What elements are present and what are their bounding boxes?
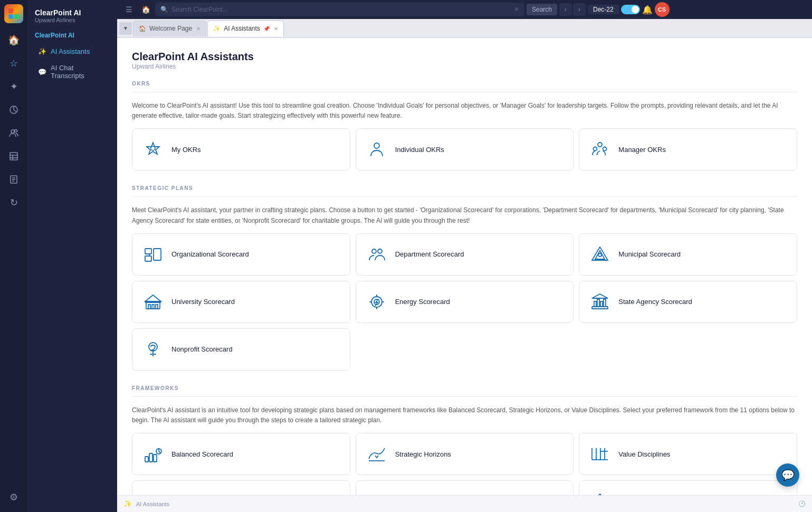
dept-scorecard-icon xyxy=(366,243,388,266)
search-clear-icon[interactable]: ✕ xyxy=(514,6,519,13)
nav-doc-icon[interactable] xyxy=(3,169,24,190)
ai-chat-icon: 💬 xyxy=(38,68,46,76)
left-panel: ClearPoint AI Upward Airlines ClearPoint… xyxy=(27,0,117,512)
org-scorecard-card[interactable]: Organizational Scorecard xyxy=(132,233,350,276)
svg-marker-33 xyxy=(145,295,161,301)
stakeholder-theory-icon xyxy=(366,490,388,495)
strategic-plans-description: Meet ClearPoint's AI assistant, your par… xyxy=(132,205,797,225)
tab-welcome-label: Welcome Page xyxy=(149,25,192,32)
tab-ai-pin-icon: 📌 xyxy=(263,26,270,32)
notifications-icon[interactable]: 🔔 xyxy=(642,5,653,15)
content-area: ClearPoint AI Assistants Upward Airlines… xyxy=(117,38,812,495)
balanced-scorecard-icon xyxy=(142,443,164,465)
theme-toggle[interactable] xyxy=(621,5,640,14)
strategic-horizons-label: Strategic Horizons xyxy=(395,450,451,458)
svg-rect-7 xyxy=(10,153,17,160)
vrio-card[interactable]: ! VRIO xyxy=(579,480,797,495)
page-subtitle: Upward Airlines xyxy=(132,63,797,70)
swot-card[interactable]: SWOT xyxy=(132,480,350,495)
okrs-divider xyxy=(132,92,797,92)
sidebar-item-ai-chat[interactable]: 💬 AI Chat Transcripts xyxy=(31,60,114,84)
left-panel-section-label: ClearPoint AI xyxy=(27,27,117,43)
search-icon: 🔍 xyxy=(160,6,168,13)
okrs-description: Welcome to ClearPoint's AI assistant! Us… xyxy=(132,101,797,121)
manager-okrs-card[interactable]: Manager OKRs xyxy=(579,128,797,170)
nonprofit-scorecard-card[interactable]: Nonprofit Scorecard xyxy=(132,328,350,371)
balanced-scorecard-card[interactable]: Balanced Scorecard xyxy=(132,433,350,475)
frameworks-divider xyxy=(132,396,797,397)
nav-forward-button[interactable]: › xyxy=(573,3,586,16)
energy-scorecard-label: Energy Scorecard xyxy=(395,298,450,306)
svg-rect-45 xyxy=(604,299,606,307)
svg-point-6 xyxy=(15,130,17,132)
individual-okrs-card[interactable]: Individual OKRs xyxy=(356,128,574,170)
app-logo[interactable] xyxy=(4,4,23,23)
okrs-section-label: OKRS xyxy=(132,81,797,87)
tab-ai-assistants[interactable]: ✨ AI Assistants 📌 ✕ xyxy=(207,21,284,36)
svg-rect-44 xyxy=(600,301,603,307)
date-value: Dec-22 xyxy=(593,6,614,13)
svg-rect-32 xyxy=(156,305,158,309)
nav-refresh-icon[interactable]: ↻ xyxy=(3,192,24,213)
sidebar-item-ai-assistants[interactable]: ✨ AI Assistants xyxy=(31,43,114,60)
bottom-bar: ✨ AI Assistants 🕐 xyxy=(117,495,812,512)
nav-chart-icon[interactable] xyxy=(3,99,24,120)
tab-welcome-close-icon[interactable]: ✕ xyxy=(196,26,200,32)
tab-ai-icon: ✨ xyxy=(213,25,221,32)
strategic-horizons-card[interactable]: Strategic Horizons xyxy=(356,433,574,475)
nav-arrows: ‹ › xyxy=(559,3,586,16)
main-area: ☰ 🏠 🔍 ✕ Search ‹ › Dec-22 🔔 CS ▼ 🏠 Welco… xyxy=(117,0,812,512)
svg-point-15 xyxy=(151,146,155,150)
tab-dropdown-button[interactable]: ▼ xyxy=(119,22,132,35)
svg-rect-31 xyxy=(152,305,154,309)
sidebar-toggle-button[interactable]: ☰ xyxy=(121,2,136,17)
nonprofit-scorecard-label: Nonprofit Scorecard xyxy=(171,345,233,353)
value-disciplines-label: Value Disciplines xyxy=(618,450,670,458)
svg-rect-1 xyxy=(14,8,19,13)
nav-settings-icon[interactable]: ⚙ xyxy=(3,487,24,508)
value-disciplines-card[interactable]: Value Disciplines xyxy=(579,433,797,475)
nav-back-button[interactable]: ‹ xyxy=(559,3,572,16)
left-panel-subtitle: Upward Airlines xyxy=(35,17,110,23)
university-scorecard-card[interactable]: University Scorecard xyxy=(132,281,350,323)
frameworks-section-label: FRAMEWORKS xyxy=(132,385,797,391)
university-scorecard-icon xyxy=(142,291,164,313)
svg-rect-30 xyxy=(148,305,150,309)
bottom-ai-icon: ✨ xyxy=(123,500,132,508)
avatar[interactable]: CS xyxy=(655,2,670,17)
frameworks-cards-grid: Balanced Scorecard Strategic Horizons xyxy=(132,433,797,495)
state-agency-scorecard-card[interactable]: State Agency Scorecard xyxy=(579,281,797,323)
municipal-scorecard-icon xyxy=(589,243,611,266)
sidebar-item-label-ai-assistants: AI Assistants xyxy=(51,48,90,55)
nav-wand-icon[interactable]: ✦ xyxy=(3,76,24,97)
my-okrs-card[interactable]: My OKRs xyxy=(132,128,350,170)
date-display: Dec-22 xyxy=(588,5,619,14)
search-button[interactable]: Search xyxy=(527,4,557,15)
stakeholder-theory-card[interactable]: Stakeholder Theory xyxy=(356,480,574,495)
vrio-icon: ! xyxy=(589,490,611,495)
dept-scorecard-label: Department Scorecard xyxy=(395,250,464,258)
state-agency-scorecard-label: State Agency Scorecard xyxy=(618,298,692,306)
university-scorecard-label: University Scorecard xyxy=(171,298,235,306)
svg-point-17 xyxy=(598,143,602,147)
nav-star-icon[interactable]: ☆ xyxy=(3,53,24,74)
svg-point-16 xyxy=(374,143,379,148)
nav-people-icon[interactable] xyxy=(3,122,24,144)
svg-rect-51 xyxy=(145,457,148,462)
chat-fab-button[interactable]: 💬 xyxy=(776,463,799,487)
home-button[interactable]: 🏠 xyxy=(138,2,153,17)
tab-ai-close-icon[interactable]: ✕ xyxy=(274,26,278,32)
svg-point-28 xyxy=(598,253,601,257)
search-input[interactable] xyxy=(171,6,511,13)
energy-scorecard-card[interactable]: Energy Scorecard xyxy=(356,281,574,323)
individual-okrs-icon xyxy=(366,138,388,160)
strategic-plans-section-label: STRATEGIC PLANS xyxy=(132,185,797,191)
nav-table-icon[interactable] xyxy=(3,146,24,167)
bottom-bar-label: AI Assistants xyxy=(136,501,169,507)
nav-home-icon[interactable]: 🏠 xyxy=(3,30,24,51)
svg-point-25 xyxy=(378,249,382,253)
page-header: ClearPoint AI Assistants Upward Airlines xyxy=(132,51,797,70)
municipal-scorecard-card[interactable]: Municipal Scorecard xyxy=(579,233,797,276)
dept-scorecard-card[interactable]: Department Scorecard xyxy=(356,233,574,276)
tab-welcome[interactable]: 🏠 Welcome Page ✕ xyxy=(133,21,206,36)
